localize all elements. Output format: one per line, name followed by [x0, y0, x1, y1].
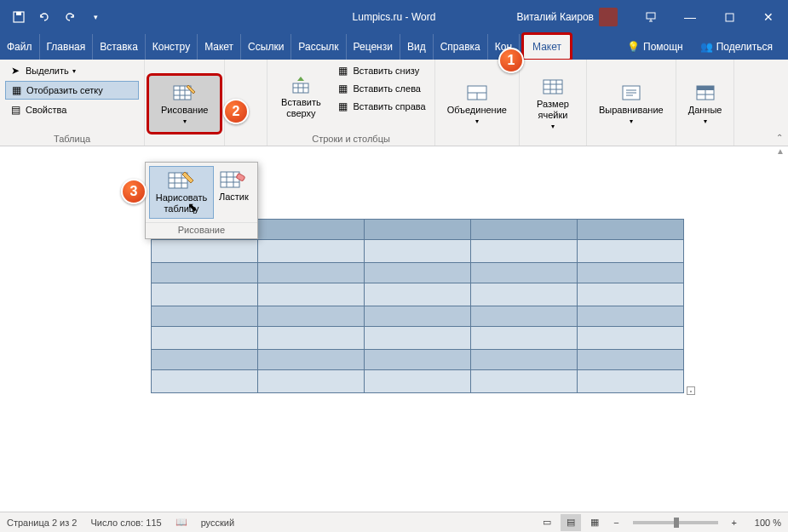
- tab-help[interactable]: Справка: [434, 34, 488, 60]
- eraser-icon: [220, 169, 247, 190]
- cellsize-dropdown-button[interactable]: Размер ячейки ▾: [525, 73, 581, 134]
- autosave-icon[interactable]: [7, 5, 31, 29]
- insert-left-button[interactable]: ▦Вставить слева: [332, 80, 429, 97]
- draw-popup: Нарисовать таблицу Ластик Рисование: [145, 162, 258, 239]
- data-dropdown-button[interactable]: Данные ▾: [682, 79, 729, 129]
- user-section[interactable]: Виталий Каиров: [516, 8, 618, 26]
- eraser-label: Ластик: [219, 192, 249, 203]
- read-mode-button[interactable]: ▭: [537, 514, 557, 531]
- gridlines-label: Отобразить сетку: [26, 85, 103, 95]
- window-controls: — ✕: [631, 0, 788, 34]
- draw-table-button[interactable]: Нарисовать таблицу: [149, 166, 214, 219]
- word-count[interactable]: Число слов: 115: [90, 518, 161, 528]
- table-row: [152, 240, 684, 263]
- select-button[interactable]: ➤ Выделить▾: [5, 62, 139, 79]
- merge-dropdown-button[interactable]: Объединение ▾: [440, 79, 514, 129]
- insert-right-icon: ▦: [336, 100, 349, 113]
- ribbon: ➤ Выделить▾ ▦ Отобразить сетку ▤ Свойств…: [0, 60, 788, 146]
- ribbon-group-cellsize: Размер ячейки ▾: [520, 60, 587, 146]
- user-name: Виталий Каиров: [516, 11, 594, 23]
- draw-table-icon: [171, 83, 198, 103]
- ribbon-group-draw: Рисование ▾: [145, 60, 225, 146]
- table-row: [152, 327, 684, 350]
- zoom-in-button[interactable]: +: [727, 518, 742, 528]
- callout-3: 3: [121, 179, 147, 204]
- share-button[interactable]: 👥 Поделиться: [693, 41, 779, 53]
- qat-dropdown[interactable]: ▾: [83, 5, 107, 29]
- close-button[interactable]: ✕: [749, 0, 788, 34]
- cursor-icon: ➤: [9, 64, 22, 77]
- eraser-button[interactable]: Ластик: [214, 166, 254, 219]
- tab-table-layout[interactable]: Макет: [521, 32, 572, 61]
- insert-above-icon: [287, 75, 314, 95]
- document-area: ▲ ▫: [0, 146, 788, 512]
- minimize-button[interactable]: —: [670, 0, 710, 34]
- tell-me-search[interactable]: 💡 Помощн: [620, 41, 690, 53]
- table-row: [152, 350, 684, 370]
- insert-below-icon: ▦: [336, 64, 349, 77]
- table-resize-handle[interactable]: ▫: [687, 386, 695, 395]
- data-icon: [692, 83, 719, 103]
- draw-table-icon: [168, 170, 195, 191]
- tab-mailings[interactable]: Рассылк: [291, 34, 346, 60]
- align-dropdown-button[interactable]: Выравнивание ▾: [592, 79, 670, 129]
- web-layout-button[interactable]: ▦: [584, 514, 605, 531]
- tab-home[interactable]: Главная: [40, 34, 94, 60]
- draw-table-label: Нарисовать таблицу: [155, 192, 208, 215]
- ribbon-group-data: Данные ▾: [676, 60, 735, 146]
- table-row: [152, 283, 684, 306]
- tab-view[interactable]: Вид: [400, 34, 434, 60]
- zoom-level[interactable]: 100 %: [745, 518, 781, 528]
- svg-rect-2: [647, 13, 655, 19]
- properties-button[interactable]: ▤ Свойства: [5, 101, 139, 118]
- spellcheck-icon[interactable]: 📖: [175, 517, 187, 528]
- share-icon: 👥: [700, 41, 713, 53]
- lightbulb-icon: 💡: [627, 41, 640, 53]
- language-indicator[interactable]: русский: [201, 518, 234, 528]
- insert-above-label: Вставить сверху: [279, 97, 322, 119]
- avatar: [599, 8, 618, 26]
- maximize-button[interactable]: [710, 0, 749, 34]
- collapse-ribbon-button[interactable]: ⌃: [776, 133, 783, 142]
- chevron-down-icon: ▾: [704, 117, 707, 126]
- view-gridlines-button[interactable]: ▦ Отобразить сетку: [5, 81, 139, 100]
- select-label: Выделить: [26, 66, 69, 76]
- ribbon-group-rowscols: Вставить сверху ▦Вставить снизу ▦Вставит…: [267, 60, 434, 146]
- table-group-label: Таблица: [5, 132, 139, 146]
- ribbon-group-table: ➤ Выделить▾ ▦ Отобразить сетку ▤ Свойств…: [0, 60, 145, 146]
- tab-review[interactable]: Рецензи: [347, 34, 400, 60]
- svg-rect-26: [697, 86, 714, 90]
- print-layout-button[interactable]: ▤: [561, 514, 581, 531]
- callout-1: 1: [498, 48, 524, 73]
- insert-below-button[interactable]: ▦Вставить снизу: [332, 62, 429, 79]
- scroll-up-button[interactable]: ▲: [776, 146, 785, 156]
- titlebar: ▾ Lumpics.ru - Word Виталий Каиров — ✕: [0, 0, 788, 34]
- table-row: [152, 306, 684, 327]
- tell-me-label: Помощн: [643, 41, 683, 53]
- tab-design[interactable]: Констру: [146, 34, 198, 60]
- tab-file[interactable]: Файл: [0, 34, 40, 60]
- zoom-out-button[interactable]: −: [608, 518, 624, 528]
- chevron-down-icon: ▾: [475, 117, 479, 126]
- draw-label: Рисование: [161, 105, 208, 116]
- merge-icon: [463, 83, 491, 103]
- insert-right-button[interactable]: ▦Вставить справа: [332, 98, 429, 115]
- tab-references[interactable]: Ссылки: [241, 34, 291, 60]
- zoom-slider[interactable]: [633, 521, 718, 524]
- svg-rect-1: [16, 12, 21, 15]
- data-label: Данные: [688, 105, 722, 116]
- quick-access-toolbar: ▾: [0, 5, 107, 29]
- chevron-down-icon: ▾: [551, 123, 555, 131]
- ribbon-options-button[interactable]: [631, 0, 670, 34]
- document-table[interactable]: [151, 219, 684, 393]
- ribbon-group-align: Выравнивание ▾: [587, 60, 676, 146]
- insert-above-button[interactable]: Вставить сверху: [273, 62, 329, 132]
- cellsize-icon: [539, 77, 567, 97]
- table-row: [152, 370, 684, 393]
- redo-button[interactable]: [58, 5, 82, 29]
- tab-layout[interactable]: Макет: [198, 34, 241, 60]
- undo-button[interactable]: [32, 5, 56, 29]
- page-indicator[interactable]: Страница 2 из 2: [7, 518, 77, 528]
- draw-dropdown-button[interactable]: Рисование ▾: [147, 73, 222, 135]
- tab-insert[interactable]: Вставка: [93, 34, 146, 60]
